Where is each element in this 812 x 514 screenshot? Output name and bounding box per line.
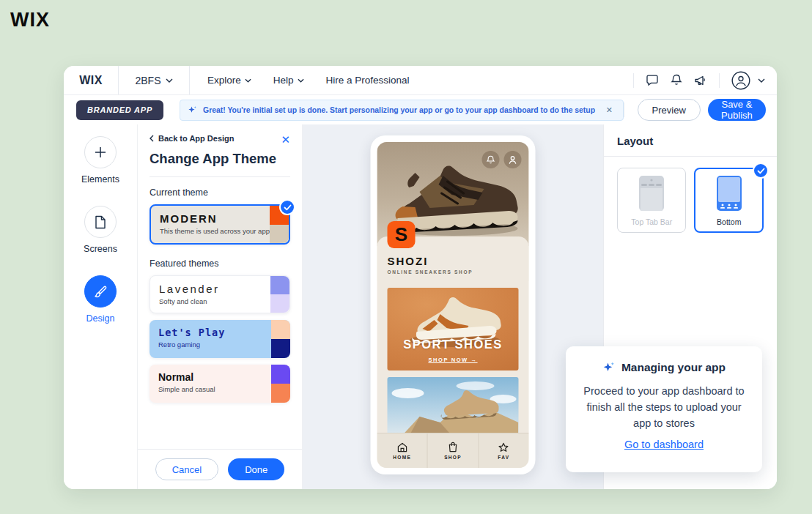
store-brand-section: S SHOZI ONLINE SNEAKERS SHOP [377,236,529,281]
swatch [271,339,290,358]
layout-option-bottom[interactable]: Bottom [694,168,764,233]
account-menu[interactable] [731,71,765,90]
selected-check-icon [753,163,769,179]
editor-sidebar: Elements Screens Design [64,124,138,489]
menu-help-label: Help [273,75,294,86]
promo-shop-now-link[interactable]: SHOP NOW → [428,357,477,363]
preview-button[interactable]: Preview [638,99,701,121]
store-logo[interactable]: S [388,221,416,248]
close-icon[interactable]: ✕ [279,132,292,148]
sidebar-item-label: Design [86,313,115,324]
theme-name: Let's Play [158,327,262,338]
nav-label: SHOP [444,455,462,460]
theme-name: Lavender [159,283,262,295]
site-name-menu[interactable]: 2BFS [119,66,190,94]
theme-card-text: MODERN This theme is used across your ap… [151,206,270,243]
editor-topbar: WIX 2BFS Explore Help Hire a Professiona… [64,66,777,95]
menu-explore[interactable]: Explore [207,75,251,86]
theme-name: Normal [158,371,262,383]
nav-home[interactable]: HOME [377,433,427,468]
sidebar-item-screens[interactable]: Screens [84,206,117,254]
go-to-dashboard-link[interactable]: Go to dashboard [624,439,704,450]
swatch [271,365,290,384]
banner-close-icon[interactable]: ✕ [603,104,616,116]
popup-title: Managing your app [621,361,726,374]
sidebar-item-elements[interactable]: Elements [81,136,119,185]
sparkle-icon [188,105,197,115]
theme-card-lets-play[interactable]: Let's Play Retro gaming [150,320,290,358]
phone-bottom-nav: HOME SHOP FAV [377,433,529,468]
theme-panel-body: Current theme MODERN This theme is used … [138,177,302,449]
chevron-down-icon [245,78,251,83]
wix-editor-logo[interactable]: WIX [64,66,119,94]
branded-app-badge: BRANDED APP [76,100,163,120]
layout-option-label: Top Tab Bar [631,217,672,226]
back-to-app-design[interactable]: Back to App Design [150,134,290,143]
theme-card-normal[interactable]: Normal Simple and casual [150,365,290,403]
theme-panel-footer: Cancel Done [138,449,302,489]
layout-panel-title: Layout [604,124,777,157]
change-app-theme-panel: Back to App Design ✕ Change App Theme Cu… [138,124,303,489]
top-tab-bar-illustration [635,174,668,211]
theme-swatches [271,365,290,403]
promo-title: SPORT SHOES [388,338,519,351]
theme-card-lavender[interactable]: Lavender Softy and clean [150,275,290,313]
promo-banner[interactable]: SPORT SHOES SHOP NOW → [388,288,519,370]
menu-help[interactable]: Help [273,75,304,86]
theme-card-text: Lavender Softy and clean [150,276,270,313]
layout-options: Top Tab Bar Bottom [604,157,777,244]
hero-action-icons [482,151,522,168]
swatch [270,276,289,294]
nav-shop[interactable]: SHOP [427,433,478,468]
swatch [271,384,290,403]
topbar-menus: Explore Help Hire a Professional [190,66,410,94]
chevron-down-icon [758,78,765,83]
layout-option-top-tab-bar[interactable]: Top Tab Bar [617,168,686,233]
theme-name: MODERN [160,212,261,225]
editor-subbar: BRANDED APP Great! You're initial set up… [64,95,777,124]
theme-desc: Softy and clean [159,297,262,305]
plus-icon [84,136,117,168]
bottom-nav-illustration [712,174,746,211]
announcements-megaphone-icon[interactable] [694,75,707,86]
sidebar-item-label: Elements [81,174,119,185]
panel-title: Change App Theme [150,151,290,167]
phone-screen: S SHOZI ONLINE SNEAKERS SHOP [377,142,529,468]
theme-swatches [270,276,289,313]
document-icon [84,206,117,238]
theme-desc: Retro gaming [158,340,262,349]
secondary-sneaker-image [388,377,519,433]
profile-icon[interactable] [504,151,522,168]
divider [150,176,290,177]
phone-preview[interactable]: S SHOZI ONLINE SNEAKERS SHOP [371,135,536,474]
paintbrush-icon [84,275,117,308]
site-name-label: 2BFS [135,75,160,86]
featured-themes-label: Featured themes [150,258,290,269]
chevron-left-icon [150,135,154,142]
menu-hire-professional[interactable]: Hire a Professional [326,75,410,86]
nav-fav[interactable]: FAV [478,433,528,468]
selected-check-icon [279,199,295,215]
popup-body-text: Proceed to your app dashboard to finish … [577,384,750,431]
cancel-button[interactable]: Cancel [155,458,218,480]
wix-page-logo: WIX [10,9,50,31]
swatch [270,294,289,313]
theme-panel-header: Back to App Design ✕ Change App Theme [138,124,302,177]
shopping-bag-icon [448,442,457,452]
home-icon [396,442,407,452]
bell-icon[interactable] [482,151,500,168]
done-button[interactable]: Done [228,458,284,480]
chevron-down-icon [298,78,304,83]
save-publish-button[interactable]: Save & Publish [708,99,766,121]
menu-hire-label: Hire a Professional [326,75,410,86]
theme-card-modern[interactable]: MODERN This theme is used across your ap… [150,204,290,245]
notifications-bell-icon[interactable] [671,74,682,86]
theme-desc: This theme is used across your app. [160,227,261,235]
swatch [270,225,289,244]
divider [719,73,720,88]
theme-swatches [271,320,290,358]
star-icon [498,442,509,452]
chat-icon[interactable] [646,75,659,86]
sidebar-item-design[interactable]: Design [84,275,117,324]
layout-option-label: Bottom [717,217,741,226]
